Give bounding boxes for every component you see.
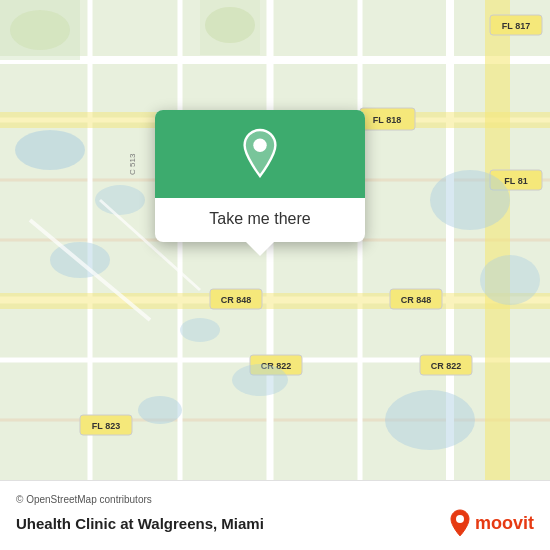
map-container: FL 818 CR 848 CR 848 CR 822 CR 822 FL 82… (0, 0, 550, 480)
svg-point-35 (205, 7, 255, 43)
moovit-logo: moovit (449, 509, 534, 537)
svg-text:FL 817: FL 817 (502, 21, 530, 31)
place-info: Uhealth Clinic at Walgreens, Miami moovi… (16, 509, 534, 537)
svg-text:CR 848: CR 848 (221, 295, 252, 305)
popup-card: Take me there (155, 110, 365, 242)
moovit-pin-icon (449, 509, 471, 537)
svg-point-37 (95, 185, 145, 215)
location-pin-icon (239, 128, 281, 178)
svg-point-42 (430, 170, 510, 230)
attribution-text: © OpenStreetMap contributors (16, 494, 534, 505)
svg-point-33 (10, 10, 70, 50)
svg-rect-13 (485, 0, 510, 480)
bottom-bar: © OpenStreetMap contributors Uhealth Cli… (0, 480, 550, 550)
svg-text:FL 823: FL 823 (92, 421, 120, 431)
svg-point-50 (456, 515, 464, 523)
svg-text:FL 81: FL 81 (504, 176, 527, 186)
svg-point-44 (385, 390, 475, 450)
svg-point-43 (480, 255, 540, 305)
svg-text:CR 822: CR 822 (431, 361, 462, 371)
take-me-there-button[interactable]: Take me there (171, 210, 349, 228)
popup-arrow (246, 242, 274, 256)
popup-bottom: Take me there (155, 198, 365, 242)
svg-text:FL 818: FL 818 (373, 115, 401, 125)
svg-point-41 (138, 396, 182, 424)
svg-point-49 (253, 139, 266, 152)
svg-point-39 (180, 318, 220, 342)
svg-text:C 513: C 513 (128, 153, 137, 175)
place-name: Uhealth Clinic at Walgreens, Miami (16, 515, 264, 532)
svg-point-36 (15, 130, 85, 170)
svg-text:CR 848: CR 848 (401, 295, 432, 305)
moovit-brand-text: moovit (475, 513, 534, 534)
svg-point-40 (232, 364, 288, 396)
popup-top (155, 110, 365, 198)
svg-rect-17 (0, 293, 550, 309)
